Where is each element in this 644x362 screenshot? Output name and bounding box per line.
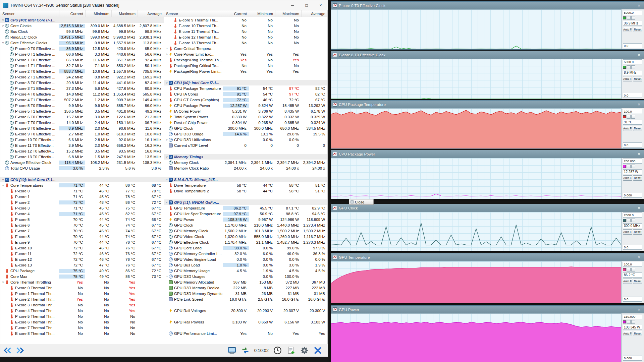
series-color-chip[interactable] (623, 320, 626, 323)
sensor-row[interactable]: P-core 2 Thermal Thr...YesNoYes (0, 296, 164, 302)
graph-close-button[interactable]: × (636, 205, 642, 210)
sensor-row[interactable]: GPU Memory Allocated367 MB153 MB372 MB36… (164, 279, 327, 285)
sensor-row[interactable]: Current cTDP Level0000 (164, 142, 327, 148)
sensor-row[interactable]: GPU Memory Clock1,500.2 MHz101.3 MHz1,50… (164, 228, 327, 234)
scale-down-button[interactable] (631, 165, 635, 168)
sensor-row[interactable]: GPU Rail Powers3.103 W0.650 W6.156 W3.10… (164, 319, 327, 325)
graph-titlebar[interactable]: P-core 0 T0 Effective Clock× (331, 2, 644, 9)
graph-titlebar[interactable]: CPU Package Temperature× (331, 101, 644, 108)
auto-fit-button[interactable]: Auto Fit (623, 229, 632, 235)
sensor-row[interactable]: GPU Memory Usage4.5 %1.9 %4.5 %4.5 % (164, 268, 327, 274)
sensor-row[interactable]: E-core 10 T0 Effectiv...6.6 MHz2.8 MHz92… (0, 137, 164, 142)
graph-close-button[interactable]: × (636, 307, 642, 312)
graph-close-button[interactable]: × (636, 102, 642, 107)
sensor-row[interactable]: GPU D3D Memory Dynamic31 MB26 MB31 MB31 … (164, 291, 327, 296)
sensor-row[interactable]: E-core 8 Thermal Thr...NoNoNo (0, 330, 164, 336)
sensor-row[interactable]: GPU D3D Memory Dedica...222 MB8 MB227 MB… (164, 285, 327, 291)
series-color-chip[interactable] (623, 16, 626, 19)
scale-up-button[interactable] (627, 115, 631, 119)
sensor-row[interactable]: Average Effective Clock118.4 MHz108.2 MH… (0, 160, 164, 165)
scale-down-button[interactable] (631, 320, 635, 324)
sensor-row[interactable]: GPU D3D Usage14.6 %13.1 %29.8 %19.5 % (164, 131, 327, 137)
graph-titlebar[interactable]: CPU Package Power× (331, 150, 644, 158)
report-add-icon[interactable] (286, 346, 296, 355)
scale-down-button[interactable] (631, 219, 635, 222)
collapse-arrow-icon[interactable]: > (165, 155, 168, 159)
nav-next-icon[interactable] (15, 346, 24, 355)
maximize-button[interactable]: □ (300, 0, 314, 10)
auto-fit-button[interactable]: Auto Fit (623, 279, 632, 284)
scale-min-value[interactable]: 0.0 (623, 142, 642, 147)
column-header-maximum[interactable]: Maximum (275, 10, 301, 17)
column-header-minimum[interactable]: Minimum (249, 10, 275, 17)
sensor-row[interactable]: P-core 0 Thermal Thr...NoNoYes (0, 285, 164, 291)
sensor-row[interactable]: Ring/LLC Clock3,491.5 MHz399.0 MHz3,990.… (0, 34, 164, 40)
sensor-row[interactable]: E-core 9 Thermal Thr...NoNoNo (164, 17, 327, 23)
expand-arrow-icon[interactable]: > (165, 275, 169, 278)
sensor-row[interactable]: E-core 670 °C45 °C74 °C67 °C (0, 222, 164, 228)
sensor-row[interactable]: E-core 6 Thermal Thr...NoNoNo (0, 319, 164, 325)
scale-max-value[interactable]: 100.0 (623, 109, 642, 114)
sensor-row[interactable]: E-core 12 T0 Effectiv...15.2 MHz3.5 MHz9… (0, 148, 164, 154)
graph-titlebar[interactable]: GPU Power× (331, 306, 644, 313)
series-color-chip[interactable] (623, 115, 626, 118)
scale-up-button[interactable] (627, 320, 631, 324)
graph-close-button[interactable]: × (636, 152, 642, 157)
sensor-row[interactable]: GPU Power108.345 W9.957 W124.986 W118.80… (164, 217, 327, 222)
sensor-group-row[interactable]: >Memory Timings (164, 154, 327, 160)
scale-max-value[interactable]: 5000.0 (623, 10, 642, 15)
column-header-sensor[interactable]: Sensor (164, 10, 223, 17)
sensor-row[interactable]: P-core 0 T0 Effective ...36.9 MHz12.5 MH… (0, 46, 164, 51)
sensor-group-row[interactable]: >GPU [#1]: NVIDIA GeFor... (164, 199, 327, 205)
sensor-row[interactable]: >Core Effective Clocks96.3 MHz0.8 MHz1,5… (0, 40, 164, 46)
auto-fit-button[interactable]: Auto Fit (623, 175, 632, 181)
collapse-arrow-icon[interactable]: > (165, 178, 168, 182)
close-sensors-icon[interactable] (313, 346, 322, 355)
collapse-arrow-icon[interactable]: > (1, 183, 5, 187)
sensor-row[interactable]: Drive Temperature58 °C44 °C58 °C51 °C (164, 182, 327, 188)
sensor-row[interactable]: GPU Performance Limi...YesNoYesYes (164, 330, 327, 336)
series-color-chip[interactable] (623, 219, 626, 222)
sensor-row[interactable]: >GPU D3D Utilizations0.0 %0.0 % (164, 137, 327, 142)
scale-max-value[interactable]: 5000.0 (623, 59, 642, 64)
reset-button[interactable]: Reset (633, 229, 642, 235)
scale-down-button[interactable] (631, 16, 635, 20)
collapse-arrow-icon[interactable]: > (1, 178, 5, 182)
scale-down-button[interactable] (631, 65, 635, 69)
collapse-arrow-icon[interactable]: > (1, 280, 5, 284)
sensor-row[interactable]: GPU Video Clock1,020.0 MHz555.0 MHz1,260… (164, 234, 327, 239)
scale-up-button[interactable] (627, 165, 631, 168)
sensor-row[interactable]: >GPU D3D Usages0.0 %100.0 % (164, 274, 327, 279)
sensor-row[interactable]: >Core Critical Tempera... (164, 46, 327, 51)
auto-fit-button[interactable]: Auto Fit (623, 331, 632, 336)
sensor-row[interactable]: Memory Clock Ratio24.00 x24.00 x24.00 x2… (164, 165, 327, 171)
reset-button[interactable]: Reset (633, 27, 642, 32)
collapse-arrow-icon[interactable]: > (1, 41, 5, 45)
sensor-row[interactable]: P-core 273 °C48 °C86 °C72 °C (0, 199, 164, 205)
sensor-row[interactable]: E-core 8 T0 Effective ...8.9 MHz2.0 MHz9… (0, 125, 164, 131)
reset-button[interactable]: Reset (633, 331, 642, 336)
sensor-row[interactable]: P-core 4 T0 Effective ...14.8 MHz11.2 MH… (0, 91, 164, 97)
scale-up-button[interactable] (627, 219, 631, 222)
reset-button[interactable]: Reset (633, 175, 642, 181)
collapse-arrow-icon[interactable]: > (165, 81, 168, 85)
sensor-row[interactable]: GPU Memory Controller L...32.0 %6.0 %46.… (164, 251, 327, 256)
sensor-row[interactable]: P-core 071 °C46 °C77 °C70 °C (0, 188, 164, 194)
close-button[interactable]: × (314, 0, 328, 10)
sensor-row[interactable]: P-core 3 T1 Effective ...27.3 MHz5.9 MHz… (0, 85, 164, 91)
graph-titlebar[interactable]: GPU Temperature× (331, 253, 644, 261)
sensor-row[interactable]: >Core Clocks2,515.3 MHz399.0 MHz4,688.5 … (0, 23, 164, 28)
scale-min-value[interactable]: 0.000 (623, 193, 642, 198)
sensor-row[interactable]: IA Cores Power5.231 W3.706 W8.435 W6.178… (164, 108, 327, 114)
scale-max-value[interactable]: 100.0 (623, 262, 642, 267)
sensor-row[interactable]: P-core 5 Thermal Thr...NoNoNo (0, 313, 164, 319)
sensor-row[interactable]: E-core 9 T0 Effective ...2.7 MHz1.0 MHz6… (0, 131, 164, 137)
scale-min-value[interactable]: 0.0 (623, 297, 642, 302)
reset-button[interactable]: Reset (633, 76, 642, 81)
sync-sensors-icon[interactable] (241, 346, 250, 355)
sensor-row[interactable]: GPU Video Engine Load0.0 %0.0 %0.0 %0.0 … (164, 256, 327, 262)
scale-max-value[interactable]: 200.000 (623, 159, 642, 164)
nav-previous-icon[interactable] (3, 346, 12, 355)
sensor-row[interactable]: Memory Clock2,394.1 MHz2,394.1 MHz2,394.… (164, 160, 327, 165)
sensor-group-row[interactable]: >CPU [#0]: Intel Core i7-1... (0, 17, 164, 23)
